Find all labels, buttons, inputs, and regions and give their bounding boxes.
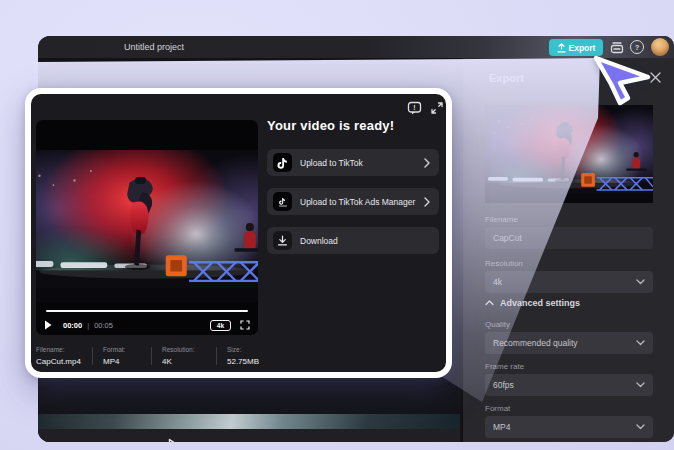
feedback-icon[interactable]: !: [407, 101, 423, 117]
meta-resolution-value: 4K: [162, 357, 206, 366]
expand-icon[interactable]: [430, 101, 446, 117]
play-outline-icon[interactable]: [168, 438, 177, 442]
duration-time: 00:05: [94, 321, 113, 330]
meta-format: Format: MP4: [103, 346, 141, 366]
current-time: 00:00: [63, 321, 82, 330]
format-select[interactable]: MP4: [485, 416, 653, 438]
upload-tiktok-label: Upload to TikTok: [300, 158, 416, 168]
export-panel: Export: [462, 58, 674, 442]
meta-size-value: 52.75MB: [227, 357, 277, 366]
resolution-value: 4k: [493, 277, 636, 287]
filename-value: CapCut: [493, 233, 645, 243]
chevron-down-icon: [636, 279, 645, 285]
quality-value: Recommended quality: [493, 338, 636, 348]
advanced-settings-toggle[interactable]: Advanced settings: [485, 298, 580, 308]
format-value: MP4: [493, 422, 636, 432]
upload-tiktok-ads-label: Upload to TikTok Ads Manager: [300, 197, 416, 207]
download-icon: [273, 231, 292, 250]
preview-video-strip: [38, 414, 460, 429]
export-video-thumbnail: [485, 105, 653, 203]
framerate-select[interactable]: 60fps: [485, 374, 653, 396]
tiktok-ads-manager-icon: [273, 192, 292, 211]
upload-tiktok-ads-button[interactable]: Upload to TikTok Ads Manager: [267, 188, 439, 215]
quality-label: Quality: [485, 320, 510, 329]
chevron-right-icon: [424, 158, 430, 168]
filename-input[interactable]: CapCut: [485, 227, 653, 249]
meta-filename-label: Filename:: [36, 346, 82, 353]
play-icon[interactable]: [44, 320, 52, 330]
mouse-cursor: [585, 50, 660, 112]
chevron-right-icon: [424, 197, 430, 207]
player-control-row: [38, 429, 460, 442]
modal-heading: Your video is ready!: [267, 118, 394, 133]
filename-label: Filename: [485, 215, 518, 224]
framerate-value: 60fps: [493, 380, 636, 390]
meta-resolution: Resolution: 4K: [162, 346, 206, 366]
screen: { "topbar": { "title": "Untitled project…: [0, 0, 674, 450]
progress-bar[interactable]: [46, 310, 248, 312]
download-label: Download: [300, 236, 430, 246]
upload-tiktok-button[interactable]: Upload to TikTok: [267, 149, 439, 176]
meta-divider: [92, 347, 93, 365]
project-title: Untitled project: [124, 36, 184, 58]
download-button[interactable]: Download: [267, 227, 439, 254]
title-bar: Untitled project Export ?: [38, 36, 674, 58]
video-ready-modal: ! Your video is ready! Upload to TikTok …: [25, 88, 452, 378]
resolution-select[interactable]: 4k: [485, 271, 653, 293]
video-metadata: Filename: CapCut.mp4 Format: MP4 Resolut…: [36, 346, 441, 366]
upload-icon: [557, 43, 566, 53]
svg-text:!: !: [413, 104, 415, 111]
chevron-down-icon: [636, 340, 645, 346]
video-player: 00:00 | 00:05 4k: [36, 120, 258, 335]
export-panel-title: Export: [489, 72, 524, 84]
fullscreen-icon[interactable]: [240, 320, 250, 330]
meta-filename-value: CapCut.mp4: [36, 357, 82, 366]
meta-divider: [216, 347, 217, 365]
framerate-label: Frame rate: [485, 362, 524, 371]
meta-divider: [151, 347, 152, 365]
meta-format-value: MP4: [103, 357, 141, 366]
tiktok-icon: [273, 153, 292, 172]
format-label: Format: [485, 404, 510, 413]
chevron-down-icon: [636, 382, 645, 388]
chevron-down-icon: [636, 424, 645, 430]
resolution-label: Resolution: [485, 259, 523, 268]
meta-size-label: Size:: [227, 346, 277, 353]
meta-resolution-label: Resolution:: [162, 346, 206, 353]
resolution-badge[interactable]: 4k: [210, 320, 231, 331]
time-separator: |: [87, 321, 89, 330]
advanced-settings-label: Advanced settings: [500, 298, 580, 308]
player-controls: 00:00 | 00:05 4k: [44, 317, 250, 333]
meta-size: Size: 52.75MB: [227, 346, 277, 366]
chevron-up-icon: [485, 300, 494, 306]
video-frame[interactable]: [36, 150, 258, 302]
meta-filename: Filename: CapCut.mp4: [36, 346, 82, 366]
quality-select[interactable]: Recommended quality: [485, 332, 653, 354]
meta-format-label: Format:: [103, 346, 141, 353]
